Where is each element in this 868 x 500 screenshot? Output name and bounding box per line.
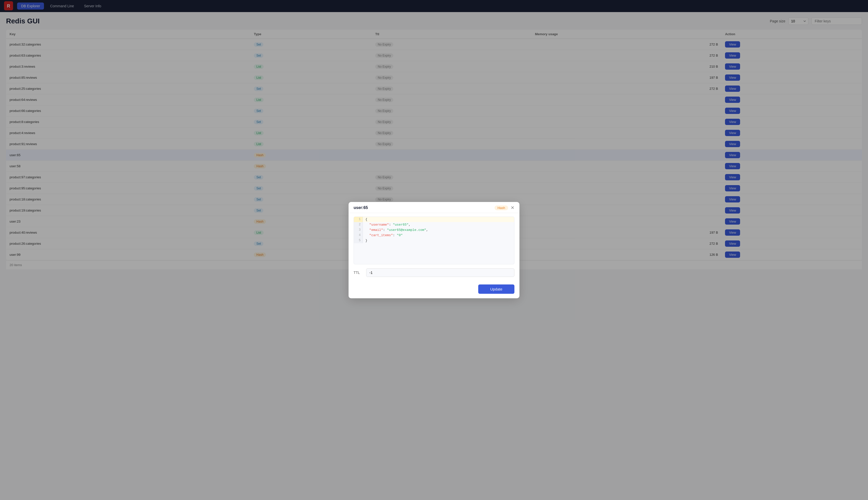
code-line: 1{ xyxy=(354,217,514,222)
line-number: 5 xyxy=(354,238,363,243)
line-number: 2 xyxy=(354,222,363,227)
modal-dialog: user:65 Hash ✕ 1{2 "username": "user65",… xyxy=(349,202,519,291)
line-content: "cart_items": "0" xyxy=(363,232,514,238)
line-content: "username": "user65", xyxy=(363,222,514,227)
modal-overlay[interactable]: user:65 Hash ✕ 1{2 "username": "user65",… xyxy=(0,0,868,291)
line-content: "email": "user65@example.com", xyxy=(363,227,514,232)
modal-footer: Update xyxy=(349,284,519,291)
modal-header: user:65 Hash ✕ xyxy=(349,202,519,213)
code-line: 4 "cart_items": "0" xyxy=(354,232,514,238)
line-number: 1 xyxy=(354,217,363,222)
code-editor[interactable]: 1{2 "username": "user65",3 "email": "use… xyxy=(354,217,514,264)
ttl-row: TTL xyxy=(354,268,514,277)
code-line: 5} xyxy=(354,238,514,243)
line-content: } xyxy=(363,238,514,243)
modal-title: user:65 xyxy=(354,205,368,210)
line-number: 3 xyxy=(354,227,363,232)
modal-type-badge: Hash xyxy=(495,205,508,210)
ttl-label: TTL xyxy=(354,271,363,275)
code-line: 3 "email": "user65@example.com", xyxy=(354,227,514,232)
modal-body: 1{2 "username": "user65",3 "email": "use… xyxy=(349,213,519,284)
modal-close-button[interactable]: ✕ xyxy=(511,205,514,210)
line-content: { xyxy=(363,217,514,222)
update-button[interactable]: Update xyxy=(478,284,514,291)
modal-header-right: Hash ✕ xyxy=(495,205,514,210)
ttl-input[interactable] xyxy=(366,268,514,277)
line-number: 4 xyxy=(354,232,363,238)
code-line: 2 "username": "user65", xyxy=(354,222,514,227)
